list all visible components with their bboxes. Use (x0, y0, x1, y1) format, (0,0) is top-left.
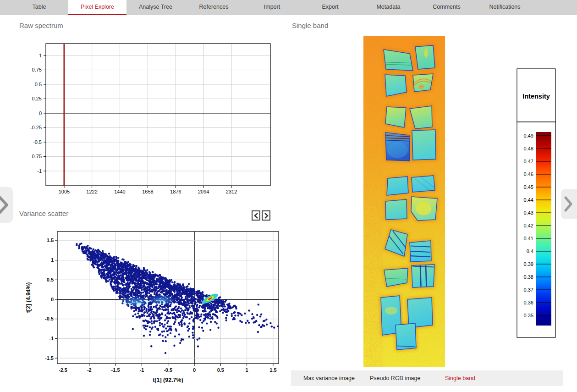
chevron-left-icon (254, 213, 258, 219)
svg-text:0.49: 0.49 (524, 133, 533, 138)
svg-text:-1: -1 (49, 336, 54, 341)
tab-table[interactable]: Table (10, 0, 68, 15)
intensity-colorbar: Intensity0.490.480.470.460.450.440.430.4… (513, 66, 565, 342)
density-blob (120, 296, 151, 307)
band-left-speckle (363, 36, 383, 367)
svg-text:0.43: 0.43 (524, 210, 533, 215)
svg-text:0.36: 0.36 (524, 300, 533, 305)
svg-text:-1: -1 (140, 367, 144, 373)
svg-text:-1.5: -1.5 (111, 367, 120, 373)
chevron-right-icon (564, 196, 573, 212)
prev-sample-button[interactable] (0, 187, 13, 223)
image-mode-max-variance-image[interactable]: Max variance image (303, 370, 355, 386)
svg-text:1: 1 (51, 257, 54, 263)
svg-text:0.75: 0.75 (32, 67, 42, 72)
svg-text:1658: 1658 (142, 189, 153, 194)
svg-text:-1: -1 (37, 168, 42, 174)
svg-text:0.47: 0.47 (524, 159, 533, 164)
tab-pixel-explore[interactable]: Pixel Explore (68, 0, 126, 15)
svg-text:0.5: 0.5 (47, 277, 54, 282)
svg-text:-2.5: -2.5 (59, 367, 67, 373)
flake-5 (385, 107, 406, 127)
tab-export[interactable]: Export (301, 0, 359, 15)
svg-text:1876: 1876 (170, 189, 181, 194)
svg-text:2312: 2312 (226, 189, 237, 194)
single-band-title: Single band (292, 22, 328, 29)
spectrum-grid (46, 44, 270, 186)
tab-bar-spacer (0, 0, 10, 15)
svg-text:2094: 2094 (198, 189, 209, 194)
svg-text:1.5: 1.5 (47, 237, 54, 243)
pixel-explore-page: TablePixel ExploreAnalyse TreeReferences… (0, 0, 577, 392)
svg-text:-2: -2 (87, 367, 92, 373)
scatter-prev-button[interactable] (252, 210, 260, 221)
svg-text:0.35: 0.35 (524, 313, 533, 318)
svg-text:1222: 1222 (86, 189, 97, 194)
svg-text:0.4: 0.4 (527, 248, 533, 254)
image-mode-pseudo-rgb-image[interactable]: Pseudo RGB image (370, 370, 420, 386)
flake-3 (385, 75, 407, 96)
svg-text:0.41: 0.41 (524, 236, 533, 241)
svg-text:0: 0 (193, 367, 196, 373)
svg-text:-1.5: -1.5 (45, 355, 54, 361)
svg-text:0.42: 0.42 (524, 223, 533, 228)
svg-text:0.45: 0.45 (524, 184, 533, 190)
svg-text:0.37: 0.37 (524, 287, 533, 293)
tab-bar: TablePixel ExploreAnalyse TreeReferences… (0, 0, 577, 15)
single-band-image[interactable] (363, 36, 445, 367)
scatter-xlabel: t[1] (92.7%) (153, 377, 183, 383)
svg-text:0.5: 0.5 (35, 82, 42, 87)
flake-9 (387, 177, 408, 195)
svg-text:1: 1 (246, 367, 248, 373)
variance-scatter-title: Variance scatter (19, 210, 68, 217)
image-mode-single-band[interactable]: Single band (445, 370, 475, 386)
spectrum-plot-border (46, 44, 270, 186)
svg-text:0: 0 (51, 297, 54, 302)
svg-text:0.44: 0.44 (524, 197, 533, 203)
scatter-points (76, 243, 279, 354)
svg-text:0.25: 0.25 (32, 96, 42, 101)
svg-text:1440: 1440 (114, 189, 125, 194)
tab-import[interactable]: Import (243, 0, 301, 15)
tab-metadata[interactable]: Metadata (359, 0, 418, 15)
svg-text:1: 1 (39, 53, 42, 58)
svg-text:0.5: 0.5 (217, 367, 224, 373)
svg-text:-0.25: -0.25 (30, 125, 42, 130)
scatter-ylabel: t[2] (4.94%) (25, 282, 32, 313)
chevron-right-icon (264, 213, 269, 219)
tab-notifications[interactable]: Notifications (476, 0, 534, 15)
colorbar-gradient (536, 132, 551, 326)
svg-text:-0.5: -0.5 (164, 367, 172, 373)
variance-scatter-chart[interactable]: -2.5-2-1.5-1-0.500.511.51.510.50-0.5-1-1… (0, 227, 290, 392)
svg-text:0.38: 0.38 (524, 274, 533, 280)
flake-2 (415, 45, 435, 69)
spectrum-axes: 100512221440165818762094231210.750.50.25… (30, 53, 237, 195)
tab-references[interactable]: References (185, 0, 243, 15)
tab-comments[interactable]: Comments (418, 0, 476, 15)
image-mode-toolbar: Max variance imagePseudo RGB imageSingle… (291, 370, 563, 386)
svg-text:0.48: 0.48 (524, 146, 533, 151)
svg-text:-0.75: -0.75 (30, 154, 42, 159)
chevron-right-icon (0, 195, 9, 215)
svg-text:0: 0 (39, 110, 42, 116)
flake-10 (412, 176, 435, 192)
flake-8 (412, 130, 436, 160)
svg-text:-0.5: -0.5 (33, 139, 42, 145)
flake-16 (412, 265, 434, 287)
colorbar-title: Intensity (522, 93, 550, 100)
svg-text:1005: 1005 (59, 189, 70, 194)
raw-spectrum-title: Raw spectrum (19, 22, 63, 29)
svg-text:-0.5: -0.5 (45, 316, 54, 321)
svg-text:0.46: 0.46 (524, 171, 533, 177)
scatter-next-button[interactable] (262, 210, 270, 221)
tab-analyse-tree[interactable]: Analyse Tree (126, 0, 185, 15)
raw-spectrum-chart[interactable]: 100512221440165818762094231210.750.50.25… (0, 40, 284, 202)
density-blob (148, 295, 176, 305)
svg-text:1.5: 1.5 (269, 367, 276, 373)
next-sample-button[interactable] (561, 189, 577, 219)
flake-11 (385, 199, 407, 220)
svg-text:0.39: 0.39 (524, 261, 533, 267)
